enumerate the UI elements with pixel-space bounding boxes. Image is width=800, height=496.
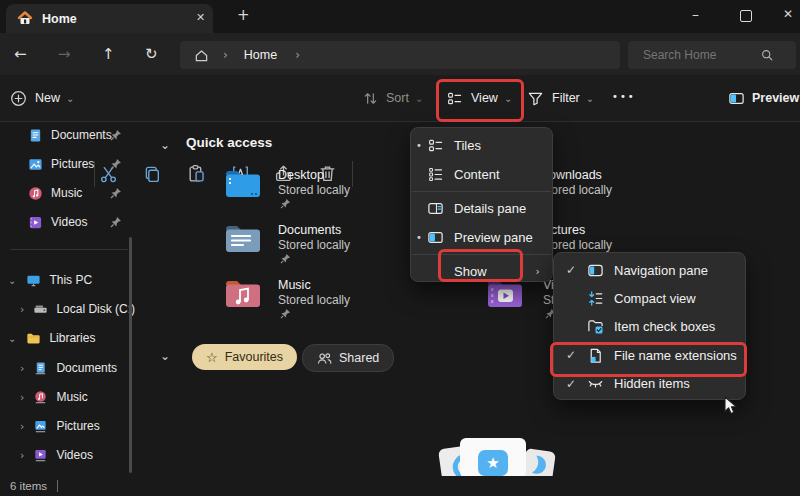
maximize-icon[interactable] — [740, 10, 752, 22]
sidebar-item-label: Pictures — [56, 419, 99, 433]
libraries-icon — [26, 331, 41, 346]
minimize-icon[interactable]: – — [692, 6, 699, 22]
filter-pill-label: Favourites — [225, 350, 283, 364]
sidebar-item-library-videos[interactable]: › Videos — [0, 443, 148, 467]
up-icon[interactable]: ↑ — [102, 45, 115, 63]
menu-item-label: Preview pane — [454, 230, 533, 245]
submenu-item-navigation-pane[interactable]: ✓ Navigation pane — [554, 256, 745, 284]
tab-home[interactable]: Home ✕ — [6, 4, 213, 33]
sidebar-item-music-pinned[interactable]: Music — [0, 181, 148, 205]
back-icon[interactable]: ← — [14, 45, 27, 63]
music-icon — [28, 186, 43, 201]
menu-item-details-pane[interactable]: Details pane — [411, 194, 552, 223]
breadcrumb-separator: › — [223, 48, 228, 62]
chevron-down-icon[interactable]: ⌄ — [160, 138, 170, 152]
search-input[interactable] — [641, 47, 760, 63]
search-icon[interactable] — [760, 48, 774, 62]
submenu-item-hidden-items[interactable]: ✓ Hidden items — [554, 370, 745, 398]
filter-button[interactable]: Filter ⌄ — [527, 84, 594, 112]
desktop-folder-icon — [224, 168, 262, 200]
check-icon: ✓ — [564, 348, 578, 362]
pin-icon — [110, 187, 122, 199]
filter-pill-favourites[interactable]: ☆ Favourites — [192, 344, 297, 370]
address-bar[interactable]: › Home › — [180, 41, 620, 69]
file-item-name: Documents — [278, 223, 341, 237]
chevron-right-icon[interactable]: › — [20, 420, 24, 433]
compact-view-icon — [587, 290, 604, 307]
file-item-detail: Stored locally — [278, 183, 350, 197]
submenu-item-item-check-boxes[interactable]: Item check boxes — [554, 313, 745, 341]
sidebar-item-library-documents[interactable]: › Documents — [0, 356, 148, 380]
details-pane-icon — [427, 200, 444, 217]
chevron-down-icon[interactable]: ⌄ — [160, 349, 170, 363]
sidebar-item-libraries[interactable]: ⌄ Libraries — [0, 326, 148, 350]
forward-icon[interactable]: → — [58, 45, 71, 63]
menu-item-label: Content — [454, 167, 500, 182]
tab-close-icon[interactable]: ✕ — [196, 11, 205, 24]
breadcrumb-home-icon[interactable] — [194, 48, 209, 63]
file-item-downloads[interactable]: Downloads Stored locally — [540, 166, 740, 214]
sidebar-item-label: Libraries — [49, 331, 95, 345]
file-item-detail: Stored locally — [278, 293, 350, 307]
breadcrumb-separator-2: › — [295, 48, 300, 62]
videos-icon — [28, 215, 43, 230]
hidden-items-icon — [587, 375, 604, 392]
status-bar: 6 items — [0, 476, 800, 496]
new-tab-icon[interactable]: + — [237, 6, 250, 24]
pin-icon — [110, 158, 122, 170]
submenu-item-label: Compact view — [614, 291, 696, 306]
search-box[interactable] — [628, 41, 796, 69]
star-icon: ☆ — [206, 350, 218, 365]
see-more-button[interactable]: ••• — [612, 91, 636, 102]
new-button[interactable]: New ⌄ — [10, 84, 74, 112]
chevron-right-icon[interactable]: › — [20, 391, 24, 404]
menu-item-content[interactable]: Content — [411, 160, 552, 189]
videos-icon — [33, 448, 48, 463]
submenu-item-label: File name extensions — [614, 348, 737, 363]
chevron-down-icon[interactable]: ⌄ — [8, 333, 16, 344]
chevron-right-icon[interactable]: › — [20, 362, 24, 375]
sidebar-item-pictures-pinned[interactable]: Pictures — [0, 152, 148, 176]
content-view-icon — [427, 166, 444, 183]
chevron-right-icon[interactable]: › — [20, 449, 24, 462]
tab-title: Home — [42, 12, 77, 26]
sidebar-item-local-disk[interactable]: › Local Disk (C:) — [0, 297, 148, 321]
sidebar-item-videos-pinned[interactable]: Videos — [0, 210, 148, 234]
menu-divider — [412, 254, 551, 255]
illustration-card: ★ — [460, 438, 526, 478]
sidebar-scrollbar[interactable] — [129, 237, 132, 473]
preview-button[interactable]: Preview — [728, 84, 799, 112]
sort-button[interactable]: Sort ⌄ — [362, 84, 423, 112]
section-quick-access[interactable]: Quick access — [186, 135, 272, 150]
new-button-label: New — [35, 91, 60, 105]
refresh-icon[interactable]: ↻ — [145, 45, 158, 63]
check-icon: ✓ — [564, 263, 578, 277]
sidebar-item-library-music[interactable]: › Music — [0, 385, 148, 409]
sidebar-item-library-pictures[interactable]: › Pictures — [0, 414, 148, 438]
show-submenu: ✓ Navigation pane Compact view Item chec… — [553, 252, 746, 400]
filter-pill-shared[interactable]: Shared — [302, 344, 394, 372]
menu-item-preview-pane[interactable]: • Preview pane — [411, 223, 552, 252]
menu-item-tiles[interactable]: • Tiles — [411, 131, 552, 160]
chevron-down-icon: ⌄ — [66, 93, 74, 104]
close-window-icon[interactable]: ✕ — [783, 7, 793, 21]
view-button[interactable]: View ⌄ — [446, 84, 512, 112]
sidebar-item-this-pc[interactable]: ⌄ This PC — [0, 268, 148, 292]
sidebar-item-label: Music — [51, 186, 82, 200]
navigation-pane-icon — [587, 262, 604, 279]
pictures-icon — [33, 419, 48, 434]
chevron-down-icon: ⌄ — [504, 93, 512, 104]
submenu-item-compact-view[interactable]: Compact view — [554, 284, 745, 312]
mouse-cursor — [724, 396, 739, 417]
sidebar-item-documents-pinned[interactable]: Documents — [0, 123, 148, 147]
menu-item-show[interactable]: Show › — [411, 257, 552, 286]
sidebar-item-label: This PC — [49, 273, 92, 287]
local-disk-icon — [33, 302, 48, 317]
submenu-item-file-name-extensions[interactable]: ✓ File name extensions — [554, 341, 745, 369]
file-item-name: Music — [278, 278, 311, 292]
submenu-item-label: Navigation pane — [614, 263, 708, 278]
breadcrumb[interactable]: Home — [244, 48, 277, 62]
file-item-name: Desktop — [278, 168, 324, 182]
chevron-right-icon[interactable]: › — [20, 303, 24, 316]
chevron-down-icon[interactable]: ⌄ — [8, 275, 16, 286]
